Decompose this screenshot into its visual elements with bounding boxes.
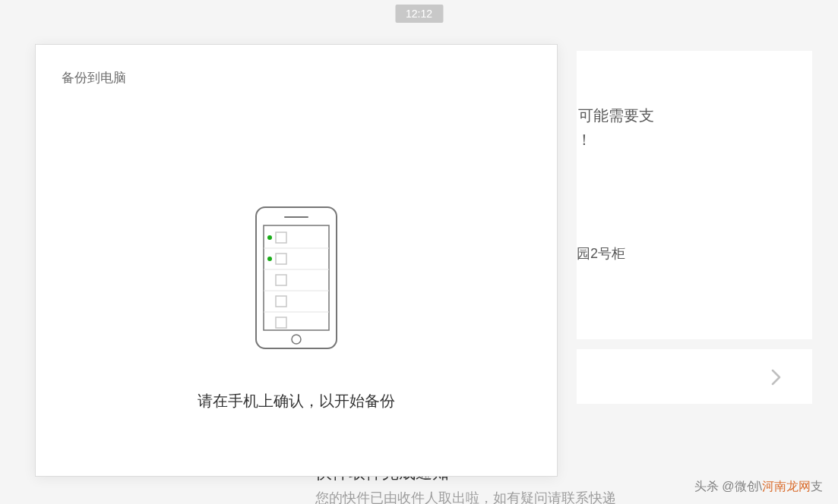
phone-illustration-icon [255,206,338,353]
svg-point-3 [267,235,272,240]
bg-text-line: 可能需要支 [578,102,654,128]
timestamp-badge: 12:12 [395,5,443,23]
bg-text-line: ！ [577,127,592,153]
dialog-instruction-text: 请在手机上确认，以开始备份 [36,391,557,411]
watermark-highlight: 河南龙网 [762,480,811,493]
chevron-right-icon [771,369,782,386]
background-message-card-1: 可能需要支 ！ 园2号柜 [577,51,812,339]
dialog-title: 备份到电脑 [62,69,126,87]
bg-text-line: 园2号柜 [577,241,625,266]
watermark-suffix: 支 [811,480,823,493]
svg-point-6 [267,257,272,261]
svg-rect-2 [264,225,329,330]
watermark-prefix: 头杀 @微创\ [694,480,762,493]
backup-dialog: 备份到电脑 请在手机上确认，以开始备份 [35,44,558,477]
background-message-card-2[interactable] [577,349,812,404]
watermark-text: 头杀 @微创\河南龙网支 [694,479,823,495]
background-notification-subtitle: 您的快件已由收件人取出啦，如有疑问请联系快递 [315,489,616,504]
